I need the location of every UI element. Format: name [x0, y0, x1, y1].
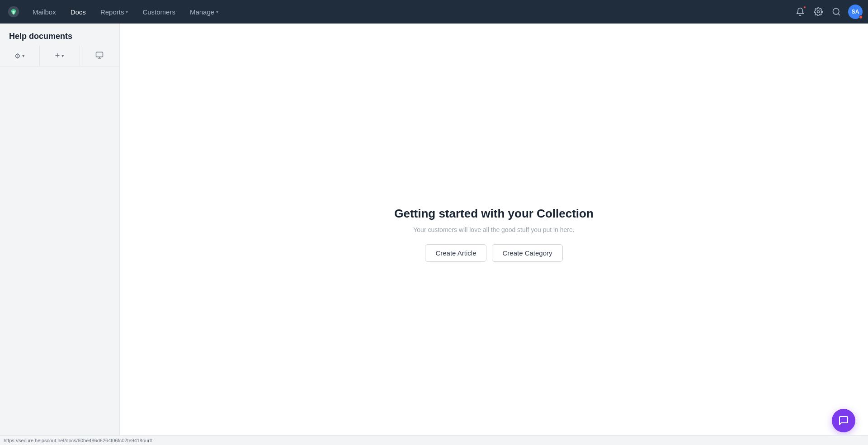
main-content: Getting started with your Collection You… [120, 24, 868, 445]
settings-chevron-icon: ▾ [821, 9, 823, 14]
notifications-button[interactable] [792, 4, 808, 20]
settings-dropdown-icon: ▾ [22, 53, 25, 59]
sidebar-title: Help documents [0, 24, 119, 46]
nav-docs[interactable]: Docs [63, 5, 93, 19]
nav-mailbox[interactable]: Mailbox [25, 5, 63, 19]
nav-right-actions: ▾ SA [792, 4, 863, 20]
avatar-button[interactable]: SA [848, 5, 863, 19]
top-navigation: Mailbox Docs Reports ▾ Customers Manage … [0, 0, 868, 24]
sidebar-toolbar: ⚙ ▾ + ▾ [0, 46, 119, 66]
statusbar: https://secure.helpscout.net/docs/60be48… [0, 435, 868, 445]
add-dropdown-icon: ▾ [61, 53, 64, 59]
reports-chevron-icon: ▾ [126, 9, 128, 14]
manage-chevron-icon: ▾ [216, 9, 218, 14]
add-tool-button[interactable]: + ▾ [40, 46, 80, 66]
nav-manage[interactable]: Manage ▾ [183, 5, 226, 19]
settings-tool-button[interactable]: ⚙ ▾ [0, 46, 40, 66]
settings-button[interactable]: ▾ [810, 4, 826, 20]
page-layout: Help documents ⚙ ▾ + ▾ [0, 24, 868, 445]
empty-state-title: Getting started with your Collection [394, 207, 594, 221]
create-category-button[interactable]: Create Category [492, 244, 562, 262]
monitor-icon [95, 51, 104, 61]
empty-state-actions: Create Article Create Category [425, 244, 562, 262]
search-button[interactable] [828, 4, 844, 20]
sidebar: Help documents ⚙ ▾ + ▾ [0, 24, 120, 445]
chat-fab-button[interactable] [832, 409, 855, 432]
view-tool-button[interactable] [80, 46, 119, 66]
svg-line-2 [838, 14, 840, 15]
chat-icon [838, 415, 849, 426]
nav-reports[interactable]: Reports ▾ [93, 5, 136, 19]
svg-rect-3 [96, 52, 103, 57]
plus-icon: + [55, 51, 60, 61]
empty-state: Getting started with your Collection You… [394, 207, 594, 262]
notification-badge [803, 5, 807, 9]
create-article-button[interactable]: Create Article [425, 244, 486, 262]
empty-state-subtitle: Your customers will love all the good st… [413, 226, 574, 233]
svg-point-0 [817, 11, 819, 13]
statusbar-url: https://secure.helpscout.net/docs/60be48… [4, 438, 152, 443]
gear-icon: ⚙ [14, 52, 20, 60]
nav-customers[interactable]: Customers [135, 5, 183, 19]
logo[interactable] [5, 4, 22, 20]
avatar-badge [859, 15, 863, 19]
